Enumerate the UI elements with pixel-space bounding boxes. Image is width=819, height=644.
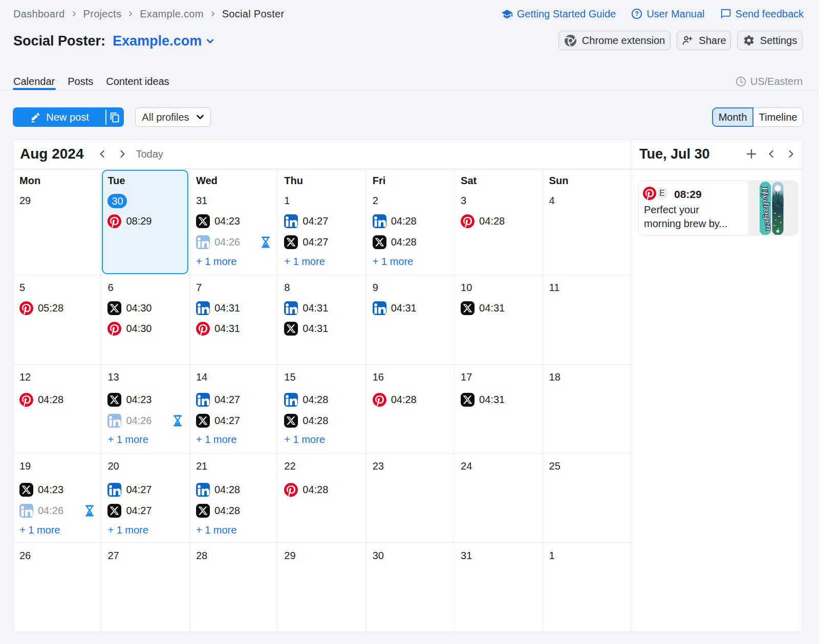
svg-text:?: ? xyxy=(635,10,639,17)
